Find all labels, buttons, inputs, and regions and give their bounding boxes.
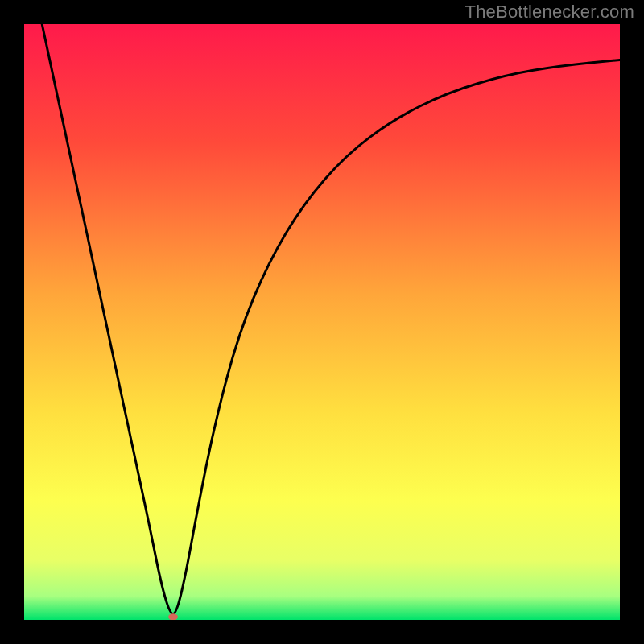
watermark-text: TheBottlenecker.com xyxy=(465,2,634,23)
plot-area xyxy=(24,24,620,620)
gradient-background xyxy=(24,24,620,620)
optimal-marker xyxy=(168,613,178,620)
chart-frame: TheBottlenecker.com xyxy=(0,0,644,644)
bottleneck-chart xyxy=(24,24,620,620)
